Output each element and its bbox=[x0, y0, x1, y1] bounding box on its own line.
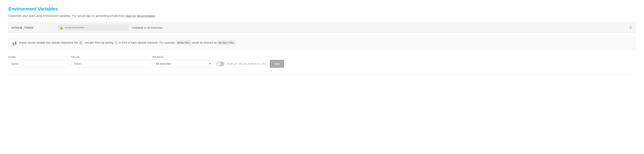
form-labels: NAME VALUE BRANCH bbox=[8, 56, 636, 58]
info-box: 📢 If your secret variable has special ch… bbox=[8, 37, 636, 50]
value-label: VALUE bbox=[71, 56, 153, 58]
toggle-wrapper: ✕ DISPLAY VALUE IN BUILD LOG bbox=[216, 62, 266, 66]
value-input[interactable] bbox=[71, 60, 150, 68]
env-var-value-field: 🔒 •••••••••••••• bbox=[58, 25, 128, 30]
info-text: If your secret variable has special char… bbox=[20, 40, 632, 45]
form-inputs: All branches Main Develop Feature ✕ DISP… bbox=[8, 60, 636, 68]
escape-char-code: \ bbox=[114, 40, 118, 44]
env-var-name: GITHUB_TOKEN bbox=[12, 26, 58, 29]
branch-select[interactable]: All branches Main Develop Feature bbox=[153, 60, 214, 68]
info-icon: 📢 bbox=[12, 41, 16, 46]
example1-code: ma&w!doc bbox=[176, 40, 191, 44]
env-var-dots: •••••••••••••• bbox=[65, 26, 84, 29]
doc-link[interactable]: read our documentation bbox=[126, 14, 156, 17]
display-log-toggle[interactable]: ✕ bbox=[216, 62, 224, 66]
lock-icon: 🔒 bbox=[60, 26, 63, 29]
env-var-branch: Available to all branches bbox=[132, 26, 629, 29]
name-input[interactable] bbox=[8, 60, 68, 68]
toggle-slider bbox=[216, 62, 224, 66]
page-title: Environment Variables bbox=[8, 6, 636, 12]
special-char-code: & bbox=[79, 40, 83, 44]
name-label: NAME bbox=[8, 56, 71, 58]
display-log-label: DISPLAY VALUE IN BUILD LOG bbox=[227, 62, 266, 65]
divider bbox=[8, 74, 636, 74]
subtitle: Customize your build using environment v… bbox=[8, 14, 636, 17]
add-variable-form: NAME VALUE BRANCH All branches Main Deve… bbox=[8, 56, 636, 68]
branch-label: BRANCH bbox=[153, 56, 215, 58]
example2-code: ma\&w\!doc bbox=[217, 40, 236, 44]
add-button[interactable]: Add bbox=[270, 60, 284, 68]
delete-icon[interactable]: 🗑 bbox=[629, 26, 632, 30]
env-var-row: GITHUB_TOKEN 🔒 •••••••••••••• Available … bbox=[8, 22, 636, 33]
